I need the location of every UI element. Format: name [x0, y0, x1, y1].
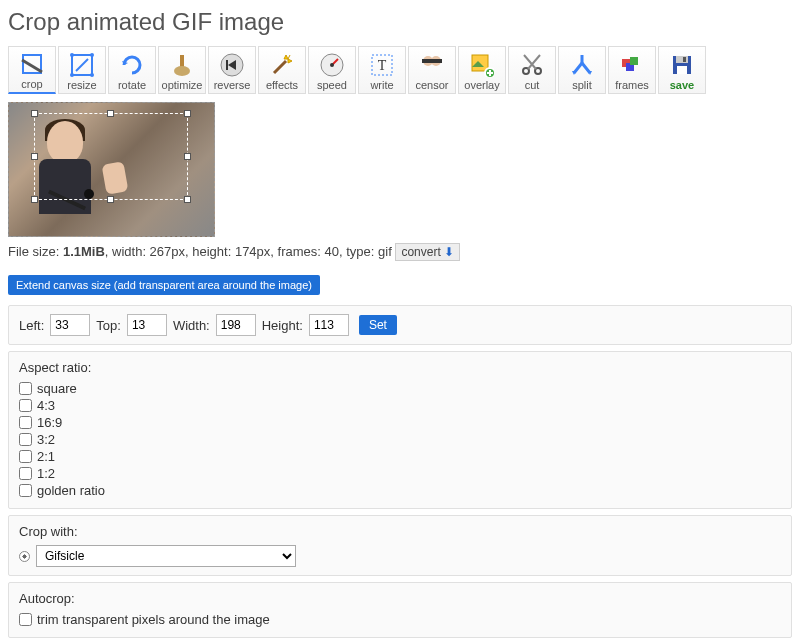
aspect-option-label: 4:3	[37, 398, 55, 413]
tool-label: rotate	[118, 79, 146, 91]
file-type: gif	[378, 244, 392, 259]
aspect-square-checkbox[interactable]	[19, 382, 32, 395]
height-input[interactable]	[309, 314, 349, 336]
svg-rect-9	[226, 60, 228, 70]
width-input[interactable]	[216, 314, 256, 336]
write-icon: T	[370, 53, 394, 77]
optimize-icon	[170, 53, 194, 77]
dimensions-panel: Left: Top: Width: Height: Set	[8, 305, 792, 345]
file-width: 267px	[150, 244, 185, 259]
convert-button[interactable]: convert⬇	[395, 243, 459, 261]
crop-with-panel: Crop with: Gifsicle	[8, 515, 792, 576]
tool-resize[interactable]: resize	[58, 46, 106, 94]
top-input[interactable]	[127, 314, 167, 336]
aspect-option-label: 2:1	[37, 449, 55, 464]
svg-rect-25	[676, 56, 688, 63]
aspect-ratio-panel: Aspect ratio: square4:316:93:22:11:2gold…	[8, 351, 792, 509]
height-label: Height:	[262, 318, 303, 333]
tool-label: effects	[266, 79, 298, 91]
left-input[interactable]	[50, 314, 90, 336]
resize-icon	[70, 53, 94, 77]
download-icon: ⬇	[444, 245, 454, 259]
crop-handle-w[interactable]	[31, 153, 38, 160]
aspect-ratio-label: Aspect ratio:	[19, 360, 781, 375]
crop-icon	[20, 52, 44, 76]
tool-write[interactable]: Twrite	[358, 46, 406, 94]
tool-label: reverse	[214, 79, 251, 91]
tool-censor[interactable]: censor	[408, 46, 456, 94]
tool-rotate[interactable]: rotate	[108, 46, 156, 94]
tool-label: cut	[525, 79, 540, 91]
tool-label: overlay	[464, 79, 499, 91]
extend-canvas-button[interactable]: Extend canvas size (add transparent area…	[8, 275, 320, 295]
svg-text:T: T	[378, 58, 387, 73]
tool-save[interactable]: save	[658, 46, 706, 94]
tool-label: frames	[615, 79, 649, 91]
autocrop-checkbox[interactable]	[19, 613, 32, 626]
aspect-16-9-checkbox[interactable]	[19, 416, 32, 429]
tool-label: speed	[317, 79, 347, 91]
file-info: File size: 1.1MiB, width: 267px, height:…	[8, 243, 792, 261]
crop-handle-s[interactable]	[107, 196, 114, 203]
svg-rect-26	[677, 66, 687, 74]
crop-handle-n[interactable]	[107, 110, 114, 117]
aspect-2-1-checkbox[interactable]	[19, 450, 32, 463]
svg-point-3	[90, 53, 94, 57]
svg-rect-23	[630, 57, 638, 65]
toolbar: cropresizerotateoptimizereverseeffectssp…	[8, 46, 792, 94]
width-label: Width:	[173, 318, 210, 333]
file-size-label: File size:	[8, 244, 63, 259]
file-size: 1.1MiB	[63, 244, 105, 259]
tool-label: split	[572, 79, 592, 91]
tool-label: censor	[415, 79, 448, 91]
autocrop-option-label: trim transparent pixels around the image	[37, 612, 270, 627]
page-title: Crop animated GIF image	[8, 8, 792, 36]
crop-handle-se[interactable]	[184, 196, 191, 203]
aspect-option-label: 1:2	[37, 466, 55, 481]
cut-icon	[520, 53, 544, 77]
aspect-4-3-checkbox[interactable]	[19, 399, 32, 412]
tool-crop[interactable]: crop	[8, 46, 56, 94]
tool-optimize[interactable]: optimize	[158, 46, 206, 94]
overlay-icon	[470, 53, 494, 77]
svg-point-5	[90, 73, 94, 77]
crop-handle-e[interactable]	[184, 153, 191, 160]
aspect-1-2-checkbox[interactable]	[19, 467, 32, 480]
tool-speed[interactable]: speed	[308, 46, 356, 94]
effects-icon	[270, 53, 294, 77]
crop-handle-ne[interactable]	[184, 110, 191, 117]
gif-preview[interactable]	[8, 102, 215, 237]
rotate-icon	[120, 53, 144, 77]
tool-label: crop	[21, 78, 42, 90]
aspect-option-label: golden ratio	[37, 483, 105, 498]
aspect-option-label: 16:9	[37, 415, 62, 430]
svg-rect-16	[422, 59, 442, 63]
tool-reverse[interactable]: reverse	[208, 46, 256, 94]
split-icon	[570, 53, 594, 77]
tool-split[interactable]: split	[558, 46, 606, 94]
tool-effects[interactable]: effects	[258, 46, 306, 94]
svg-point-2	[70, 53, 74, 57]
frames-icon	[620, 53, 644, 77]
svg-point-4	[70, 73, 74, 77]
aspect-3-2-checkbox[interactable]	[19, 433, 32, 446]
tool-label: resize	[67, 79, 96, 91]
tool-cut[interactable]: cut	[508, 46, 556, 94]
tool-label: write	[370, 79, 393, 91]
aspect-golden-ratio-checkbox[interactable]	[19, 484, 32, 497]
set-button[interactable]: Set	[359, 315, 397, 335]
file-height: 174px	[235, 244, 270, 259]
tool-label: save	[670, 79, 694, 91]
save-icon	[670, 53, 694, 77]
tool-overlay[interactable]: overlay	[458, 46, 506, 94]
crop-handle-sw[interactable]	[31, 196, 38, 203]
crop-handle-nw[interactable]	[31, 110, 38, 117]
tool-frames[interactable]: frames	[608, 46, 656, 94]
crop-with-select[interactable]: Gifsicle	[36, 545, 296, 567]
crop-with-label: Crop with:	[19, 524, 781, 539]
svg-rect-27	[683, 57, 686, 62]
crop-with-radio[interactable]	[19, 551, 30, 562]
crop-selection[interactable]	[34, 113, 188, 200]
preview-wrap: File size: 1.1MiB, width: 267px, height:…	[8, 102, 792, 261]
tool-label: optimize	[162, 79, 203, 91]
